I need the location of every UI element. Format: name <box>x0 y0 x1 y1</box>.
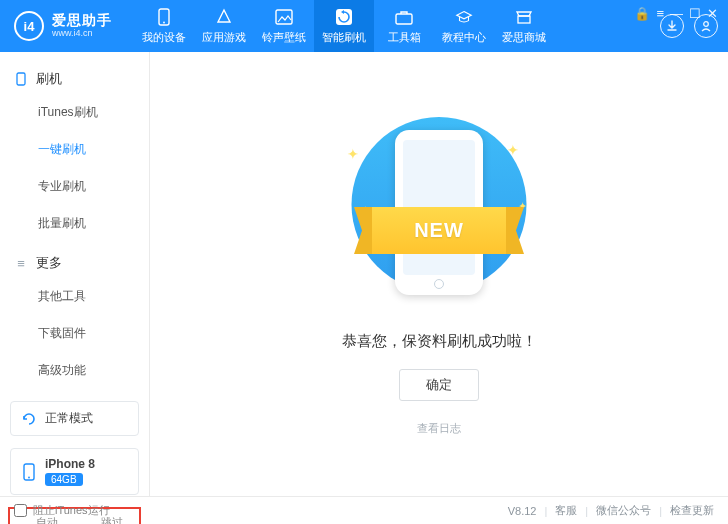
title-bar: i4 爱思助手 www.i4.cn 我的设备 应用游戏 铃声壁纸 智能刷机 <box>0 0 728 52</box>
new-ribbon: NEW <box>354 207 524 254</box>
mode-badge[interactable]: 正常模式 <box>10 401 139 436</box>
check-update-link[interactable]: 检查更新 <box>670 503 714 518</box>
wechat-link[interactable]: 微信公众号 <box>596 503 651 518</box>
svg-rect-5 <box>518 16 530 23</box>
sync-icon <box>21 411 37 427</box>
device-name: iPhone 8 <box>45 457 95 471</box>
nav-apps[interactable]: 应用游戏 <box>194 0 254 52</box>
sidebar-head-flash[interactable]: 刷机 <box>0 64 149 94</box>
sidebar: 刷机 iTunes刷机 一键刷机 专业刷机 批量刷机 ≡ 更多 其他工具 下载固… <box>0 52 150 496</box>
svg-point-1 <box>163 21 165 23</box>
nav-label: 教程中心 <box>442 30 486 45</box>
device-storage: 64GB <box>45 473 83 486</box>
sidebar-head-more[interactable]: ≡ 更多 <box>0 248 149 278</box>
device-icon <box>155 8 173 26</box>
refresh-icon <box>335 8 353 26</box>
brand-url: www.i4.cn <box>52 29 112 39</box>
svg-point-9 <box>28 476 30 478</box>
svg-rect-7 <box>17 73 25 85</box>
list-icon: ≡ <box>14 256 28 271</box>
sparkle-icon: ✦ <box>347 146 359 162</box>
sidebar-head-label: 更多 <box>36 254 62 272</box>
download-button[interactable] <box>660 14 684 38</box>
success-illustration: ✦ ✦ ✦ ✦ NEW <box>329 112 549 302</box>
phone-icon <box>21 464 37 480</box>
logo: i4 爱思助手 www.i4.cn <box>14 11 112 41</box>
graduation-icon <box>455 8 473 26</box>
top-nav: 我的设备 应用游戏 铃声壁纸 智能刷机 工具箱 教程中心 <box>134 0 554 52</box>
nav-my-devices[interactable]: 我的设备 <box>134 0 194 52</box>
nav-ringtones[interactable]: 铃声壁纸 <box>254 0 314 52</box>
sparkle-icon: ✦ <box>507 142 519 158</box>
appstore-icon <box>215 8 233 26</box>
nav-store[interactable]: 爱思商城 <box>494 0 554 52</box>
nav-toolbox[interactable]: 工具箱 <box>374 0 434 52</box>
nav-label: 应用游戏 <box>202 30 246 45</box>
ribbon-text: NEW <box>372 207 506 254</box>
sidebar-item-itunes-flash[interactable]: iTunes刷机 <box>38 94 149 131</box>
sidebar-item-batch-flash[interactable]: 批量刷机 <box>38 205 149 242</box>
sidebar-item-pro-flash[interactable]: 专业刷机 <box>38 168 149 205</box>
lock-icon[interactable]: 🔒 <box>634 6 650 21</box>
logo-badge: i4 <box>14 11 44 41</box>
user-button[interactable] <box>694 14 718 38</box>
nav-flash[interactable]: 智能刷机 <box>314 0 374 52</box>
svg-point-6 <box>704 22 709 27</box>
view-log-link[interactable]: 查看日志 <box>417 421 461 436</box>
device-badge[interactable]: iPhone 8 64GB <box>10 448 139 495</box>
toolbox-icon <box>395 8 413 26</box>
sidebar-item-oneclick-flash[interactable]: 一键刷机 <box>38 131 149 168</box>
support-link[interactable]: 客服 <box>555 503 577 518</box>
sidebar-item-advanced[interactable]: 高级功能 <box>38 352 149 389</box>
main-panel: ✦ ✦ ✦ ✦ NEW 恭喜您，保资料刷机成功啦！ 确定 查看日志 <box>150 52 728 496</box>
device-small-icon <box>14 72 28 86</box>
nav-label: 爱思商城 <box>502 30 546 45</box>
status-bar: 阻止iTunes运行 V8.12 | 客服 | 微信公众号 | 检查更新 <box>0 496 728 524</box>
store-icon <box>515 8 533 26</box>
nav-label: 铃声壁纸 <box>262 30 306 45</box>
brand-name: 爱思助手 <box>52 13 112 28</box>
nav-label: 工具箱 <box>388 30 421 45</box>
sidebar-head-label: 刷机 <box>36 70 62 88</box>
checkbox-block-itunes[interactable]: 阻止iTunes运行 <box>14 503 110 518</box>
svg-rect-4 <box>396 14 412 24</box>
sidebar-item-other-tools[interactable]: 其他工具 <box>38 278 149 315</box>
nav-label: 我的设备 <box>142 30 186 45</box>
nav-tutorials[interactable]: 教程中心 <box>434 0 494 52</box>
sidebar-item-download-fw[interactable]: 下载固件 <box>38 315 149 352</box>
ok-button[interactable]: 确定 <box>399 369 479 401</box>
mode-label: 正常模式 <box>45 410 93 427</box>
nav-label: 智能刷机 <box>322 30 366 45</box>
success-message: 恭喜您，保资料刷机成功啦！ <box>342 332 537 351</box>
version-label: V8.12 <box>508 505 537 517</box>
image-icon <box>275 8 293 26</box>
